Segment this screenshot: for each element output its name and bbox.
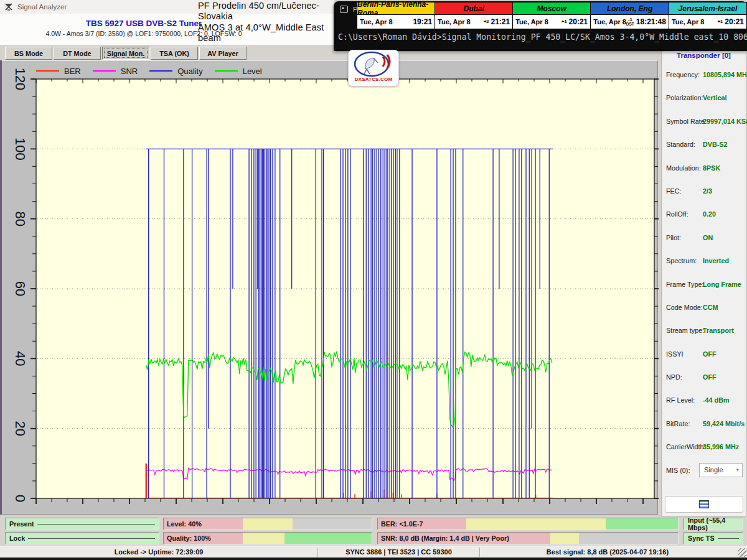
header-line: AMOS 3 at 4,0°W_Middle East beam <box>198 22 339 44</box>
clock-city: Jerusalem-Israel <box>669 2 746 15</box>
clock-dubai[interactable]: DubaiTue, Apr 8+221:21 <box>435 2 513 29</box>
param-value: Long Frame <box>703 281 741 288</box>
param-row: Modulation:8PSK <box>662 157 746 180</box>
param-row: FEC:2/3 <box>662 180 746 203</box>
status-bar: Locked -> Uptime: 72:39:09 SYNC 3886 | T… <box>0 546 747 558</box>
param-label: Frequency: <box>666 71 700 78</box>
status-best-signal: Best signal: 8,8 dB (2025-04-07 19:16) <box>480 546 735 558</box>
meter-zone <box>243 533 284 544</box>
clock-time-row: Tue, Apr 8+120:21 <box>669 15 746 29</box>
param-value: CCM <box>703 304 718 311</box>
svg-text:0: 0 <box>12 495 28 502</box>
param-label: Spectrum: <box>666 257 697 264</box>
param-row-mis: MIS (0):Single▾ <box>662 459 746 484</box>
clock-moscow[interactable]: MoscowTue, Apr 8+120:21 <box>513 2 591 29</box>
param-label: NPD: <box>666 373 682 381</box>
console-command-line: C:\Users\Roman Dávid>Signal Monitoring_P… <box>338 32 744 42</box>
mis-select[interactable]: Single▾ <box>699 463 743 477</box>
tab-signal-mon-[interactable]: Signal Mon. <box>102 47 149 60</box>
parameter-list: Frequency:10805,894 MHzPolarization:Vert… <box>662 63 746 484</box>
param-row: Frequency:10805,894 MHz <box>662 63 746 86</box>
meter-quality: Quality: 100% <box>163 532 372 544</box>
logo-text: DXSATCS.COM <box>355 77 393 82</box>
meter-level: Level: 40% <box>163 518 372 530</box>
param-row: Code Mode:CCM <box>662 296 746 319</box>
clock-date: Tue, Apr 8 <box>438 18 471 26</box>
param-label: Standard: <box>666 141 695 148</box>
param-value: 29997,014 KS/s <box>703 118 747 125</box>
param-label: FEC: <box>666 187 682 195</box>
clock-london-eng[interactable]: London, EngTue, Apr 8-1DST18:21:48 <box>591 2 669 29</box>
param-value: -44 dBm <box>703 396 730 404</box>
svg-text:100: 100 <box>12 138 28 161</box>
chevron-down-icon: ▾ <box>736 467 739 473</box>
param-label: RF Level: <box>666 396 695 404</box>
indicator-present: Present <box>5 518 159 530</box>
tab-bs-mode[interactable]: BS Mode <box>5 47 52 60</box>
clock-utc-offset: +1 <box>718 19 723 24</box>
param-row: Standard:DVB-S2 <box>662 133 746 156</box>
clock-jerusalem-israel[interactable]: Jerusalem-IsraelTue, Apr 8+120:21 <box>669 2 746 29</box>
param-value: ON <box>703 234 713 241</box>
param-label: ISSYI <box>666 350 684 358</box>
meter-label: Quality: 100% <box>167 534 211 542</box>
param-row: Symbol Rate:29997,014 KS/s <box>662 110 746 133</box>
param-value: 35,996 MHz <box>703 443 739 450</box>
meter-label: SNR: 8,0 dB (Margin: 1,4 dB | Very Poor) <box>381 534 509 542</box>
signal-chart-plot: 020406080100120 <box>1 61 659 515</box>
param-value: Vertical <box>703 94 726 101</box>
svg-text:60: 60 <box>12 281 28 296</box>
clock-date: Tue, Apr 8 <box>593 18 626 26</box>
param-label: Stream type: <box>666 327 704 334</box>
clock-time: 20:21 <box>569 17 588 26</box>
clock-time: 18:21:48 <box>636 17 666 26</box>
tab-av-player[interactable]: AV Player <box>199 47 247 60</box>
clock-city: Berlin-Paris-Vienna-Roma <box>357 2 435 15</box>
param-value: DVB-S2 <box>703 141 728 148</box>
tab-dt-mode[interactable]: DT Mode <box>54 47 101 60</box>
svg-text:80: 80 <box>12 211 28 226</box>
meter-snr: SNR: 8,0 dB (Margin: 1,4 dB | Very Poor) <box>377 532 679 544</box>
indicator-sync: Sync TS <box>684 532 743 544</box>
transponder-sidebar: Transponder [0] Frequency:10805,894 MHzP… <box>661 50 746 516</box>
svg-text:20: 20 <box>12 421 28 436</box>
satellite-dish-icon <box>350 50 397 78</box>
clock-date: Tue, Apr 8 <box>515 18 548 26</box>
meter-zone <box>284 533 372 544</box>
clock-city: London, Eng <box>591 2 669 15</box>
param-label: BitRate: <box>666 420 690 427</box>
meter-ber: BER: <1.0E-7 <box>377 518 679 530</box>
status-sync-counters: SYNC 3886 | TEI 3523 | CC 59300 <box>318 546 479 558</box>
meter-zone <box>466 518 606 530</box>
status-uptime: Locked -> Uptime: 72:39:09 <box>0 546 317 558</box>
param-row: Spectrum:Inverted <box>662 250 746 273</box>
param-label: MIS (0): <box>666 467 690 474</box>
clock-utc-offset: +1 <box>561 19 567 24</box>
param-value: 2/3 <box>703 187 712 195</box>
param-row: Frame Type:Long Frame <box>662 273 746 296</box>
clock-utc-offset: -1DST <box>626 17 634 26</box>
window-title: Signal Analyzer <box>17 3 67 11</box>
param-row: Stream type:Transport <box>662 319 746 342</box>
clock-time: 19:21 <box>413 17 432 26</box>
param-row: Pilot:ON <box>662 226 746 250</box>
dxsatcs-logo: DXSATCS.COM <box>348 50 399 86</box>
param-value: 0.20 <box>703 210 716 218</box>
param-label: Frame Type: <box>666 281 703 288</box>
param-row: CarrierWidth:35,996 MHz <box>662 436 746 459</box>
meter-label: BER: <1.0E-7 <box>381 520 423 528</box>
signal-chart-panel: BERSNRQualityLevel 020406080100120 <box>0 60 658 515</box>
param-value: OFF <box>703 373 716 381</box>
param-value: Inverted <box>703 257 729 264</box>
param-value: Transport <box>703 327 734 334</box>
clock-date: Tue, Apr 8 <box>360 18 393 26</box>
resize-grip[interactable] <box>738 548 746 557</box>
indicator-input: Input (~55,4 Mbps) <box>684 518 743 530</box>
mis-value: Single <box>704 466 723 474</box>
tab-tsa-ok-[interactable]: TSA (OK) <box>151 47 198 60</box>
clock-city: Dubai <box>435 2 512 15</box>
param-row: Polarization:Vertical <box>662 86 746 110</box>
clock-berlin-paris-vienna-roma[interactable]: Berlin-Paris-Vienna-RomaTue, Apr 819:21 <box>357 2 435 29</box>
sidebar-tool-button[interactable] <box>665 496 743 513</box>
param-value: OFF <box>703 350 716 358</box>
